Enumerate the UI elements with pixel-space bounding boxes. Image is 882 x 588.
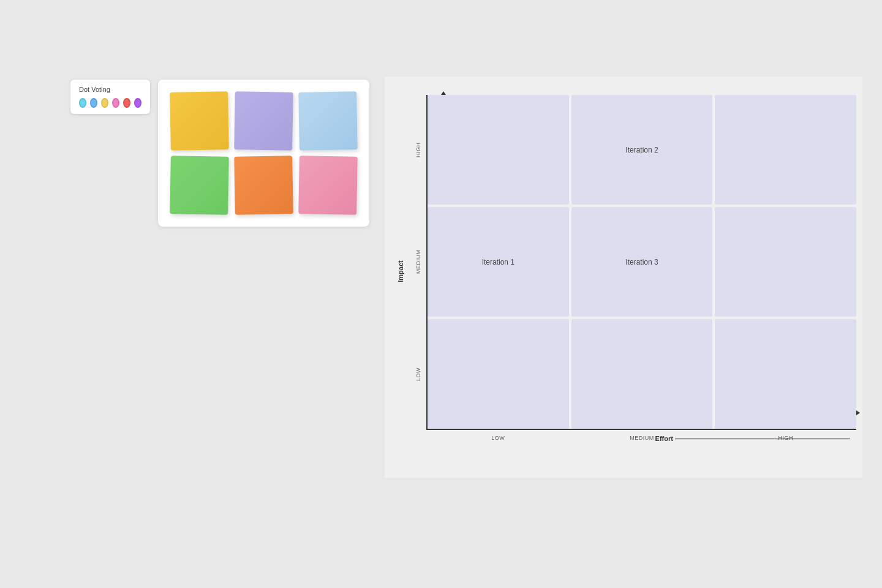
cell-low-medium[interactable] bbox=[571, 319, 713, 429]
dot-blue[interactable] bbox=[90, 98, 97, 108]
iteration-2-label: Iteration 2 bbox=[625, 146, 658, 154]
dot-red[interactable] bbox=[123, 98, 130, 108]
dot-voting-card: Dot Voting bbox=[70, 80, 150, 114]
dot-pink[interactable] bbox=[112, 98, 119, 108]
matrix-inner: HIGH MEDIUM LOW LOW MEDIUM HIGH Impact E… bbox=[409, 95, 856, 447]
sticky-note-green[interactable] bbox=[170, 156, 229, 215]
cell-high-high[interactable] bbox=[715, 95, 856, 205]
sticky-note-orange[interactable] bbox=[234, 156, 293, 215]
sticky-note-yellow[interactable] bbox=[170, 91, 229, 151]
dot-voting-dots bbox=[79, 98, 141, 108]
dot-yellow[interactable] bbox=[101, 98, 108, 108]
sticky-note-blue[interactable] bbox=[298, 91, 358, 151]
cell-medium-high[interactable] bbox=[715, 207, 856, 317]
cell-high-medium[interactable]: Iteration 2 bbox=[571, 95, 713, 205]
dot-purple[interactable] bbox=[134, 98, 141, 108]
priority-matrix: HIGH MEDIUM LOW LOW MEDIUM HIGH Impact E… bbox=[385, 77, 862, 478]
sticky-note-pink[interactable] bbox=[298, 156, 358, 215]
sticky-notes-canvas bbox=[158, 80, 369, 227]
cell-medium-low[interactable]: Iteration 1 bbox=[428, 207, 569, 317]
iteration-3-label: Iteration 3 bbox=[625, 258, 658, 266]
sticky-note-purple[interactable] bbox=[234, 91, 293, 151]
grid-cells: Iteration 2 Iteration 1 Iteration 3 bbox=[428, 95, 856, 429]
y-label-low: LOW bbox=[409, 319, 428, 429]
cell-high-low[interactable] bbox=[428, 95, 569, 205]
y-label-high: HIGH bbox=[409, 95, 428, 205]
dot-cyan[interactable] bbox=[79, 98, 86, 108]
y-axis-labels: HIGH MEDIUM LOW bbox=[409, 95, 428, 429]
effort-axis-label: Effort —————————————————————————— bbox=[655, 435, 850, 442]
impact-axis-label: Impact bbox=[397, 260, 404, 282]
cell-medium-medium[interactable]: Iteration 3 bbox=[571, 207, 713, 317]
grid-area: Iteration 2 Iteration 1 Iteration 3 bbox=[428, 95, 856, 429]
y-label-medium: MEDIUM bbox=[409, 207, 428, 317]
x-axis-line bbox=[426, 429, 856, 430]
cell-low-high[interactable] bbox=[715, 319, 856, 429]
iteration-1-label: Iteration 1 bbox=[482, 258, 514, 266]
dot-voting-title: Dot Voting bbox=[79, 86, 141, 93]
x-label-low: LOW bbox=[428, 429, 569, 447]
cell-low-low[interactable] bbox=[428, 319, 569, 429]
